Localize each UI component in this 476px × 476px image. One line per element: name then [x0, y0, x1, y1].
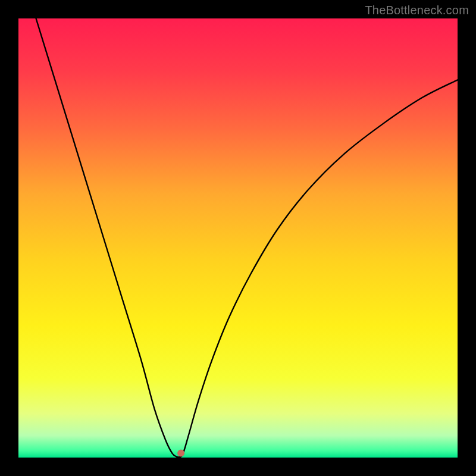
plot-area — [18, 18, 458, 458]
chart-frame: TheBottleneck.com — [0, 0, 476, 476]
watermark-text: TheBottleneck.com — [365, 4, 469, 17]
optimum-marker — [177, 450, 184, 457]
gradient-background — [18, 18, 458, 458]
chart-svg — [18, 18, 458, 458]
